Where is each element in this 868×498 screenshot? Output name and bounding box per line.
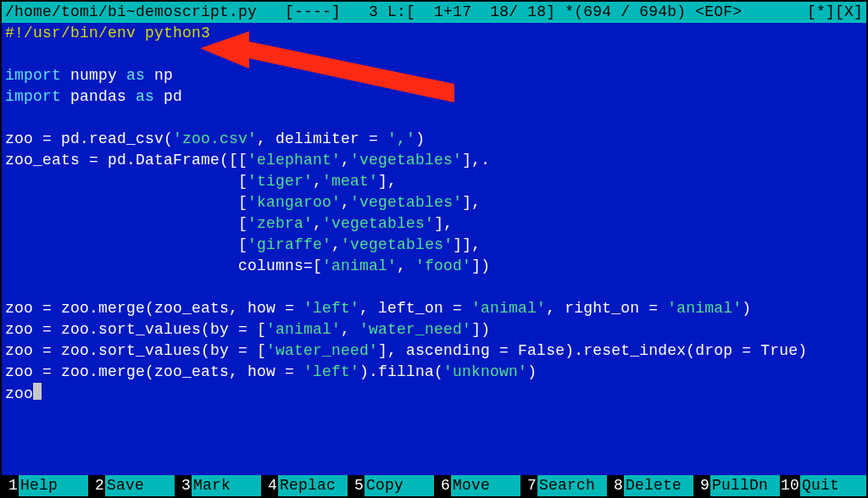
text-cursor	[33, 383, 42, 400]
fkey-help[interactable]: 1Help	[2, 475, 88, 496]
kw-as: as	[136, 88, 154, 105]
status-gap	[257, 2, 285, 23]
status-path: /home/tomi/bi~demoscript.py	[5, 2, 257, 23]
editor-area[interactable]: #!/usr/bin/env python3 import numpy as n…	[2, 23, 866, 475]
function-key-bar: 1Help 2Save 3Mark 4Replac 5Copy 6Move 7S…	[2, 475, 866, 496]
fkey-replace[interactable]: 4Replac	[261, 475, 348, 496]
kw-import: import	[5, 67, 61, 84]
fkey-copy[interactable]: 5Copy	[348, 475, 434, 496]
code-content: #!/usr/bin/env python3 import numpy as n…	[5, 23, 863, 405]
status-indicators: [*][X]	[807, 2, 863, 23]
fkey-delete[interactable]: 8Delete	[607, 475, 693, 496]
fkey-mark[interactable]: 3Mark	[175, 475, 261, 496]
shebang-line: #!/usr/bin/env python3	[5, 25, 210, 42]
status-bar: /home/tomi/bi~demoscript.py [----] 3 L:[…	[2, 2, 866, 23]
kw-as: as	[126, 67, 145, 84]
kw-import: import	[5, 88, 61, 105]
fkey-pulldown[interactable]: 9PullDn	[693, 475, 780, 496]
fkey-move[interactable]: 6Move	[434, 475, 520, 496]
fkey-quit[interactable]: 10Quit	[780, 475, 866, 496]
fkey-save[interactable]: 2Save	[88, 475, 175, 496]
fkey-search[interactable]: 7Search	[520, 475, 607, 496]
status-position: 3 L:[ 1+17 18/ 18] *(694 / 694b) <EOF>	[369, 2, 742, 23]
status-gap2	[341, 2, 369, 23]
status-flags: [----]	[285, 2, 341, 23]
editor-window: /home/tomi/bi~demoscript.py [----] 3 L:[…	[0, 0, 868, 498]
